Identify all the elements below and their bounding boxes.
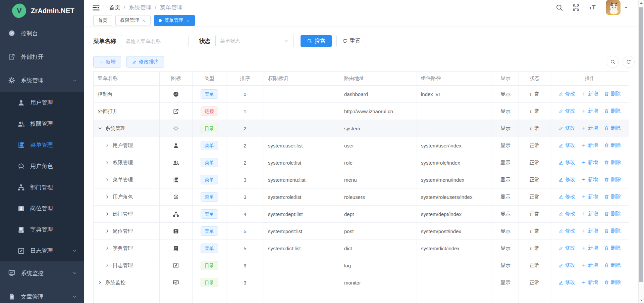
breadcrumb-item[interactable]: 首页 bbox=[109, 4, 120, 11]
scroll-up-arrow[interactable] bbox=[639, 0, 644, 6]
scroll-down-arrow[interactable] bbox=[639, 297, 644, 303]
add-link[interactable]: 新增 bbox=[581, 262, 598, 268]
edit-link[interactable]: 修改 bbox=[558, 91, 575, 97]
chevron-right-icon[interactable] bbox=[105, 229, 110, 233]
edit-link[interactable]: 修改 bbox=[558, 211, 575, 217]
reset-button[interactable]: 重置 bbox=[336, 35, 366, 47]
scrollbar-thumb[interactable] bbox=[639, 7, 643, 282]
sidebar-item-label: 岗位管理 bbox=[30, 205, 53, 212]
logo[interactable]: V ZrAdmin.NET bbox=[0, 0, 84, 21]
delete-link[interactable]: 删除 bbox=[604, 193, 621, 200]
column-header-icon: 图标 bbox=[160, 72, 193, 86]
delete-link[interactable]: 删除 bbox=[604, 142, 621, 148]
close-icon[interactable] bbox=[142, 18, 146, 23]
breadcrumb: 首页/系统管理/菜单管理 bbox=[109, 4, 182, 11]
sidebar-item-post-management[interactable]: 岗位管理 bbox=[0, 198, 84, 219]
cell-icon bbox=[160, 103, 193, 120]
add-link[interactable]: 新增 bbox=[581, 176, 598, 183]
op-label: 删除 bbox=[611, 91, 621, 97]
sidebar-collapse-icon[interactable] bbox=[92, 3, 100, 12]
edit-sort-button[interactable]: 修改排序 bbox=[126, 56, 164, 68]
cell-visible: 显示 bbox=[492, 188, 519, 206]
sidebar-item-dict-management[interactable]: 字典管理 bbox=[0, 219, 84, 240]
edit-link[interactable]: 修改 bbox=[558, 245, 575, 251]
edit-link[interactable]: 修改 bbox=[558, 262, 575, 268]
sidebar-item-system-monitor[interactable]: 系统监控 bbox=[0, 261, 84, 285]
add-link[interactable]: 新增 bbox=[581, 159, 598, 166]
add-link[interactable]: 新增 bbox=[581, 91, 598, 97]
sidebar-item-console[interactable]: 控制台 bbox=[0, 21, 84, 45]
add-link[interactable]: 新增 bbox=[581, 211, 598, 217]
chevron-right-icon[interactable] bbox=[105, 194, 110, 199]
show-search-button[interactable] bbox=[607, 56, 619, 68]
edit-link[interactable]: 修改 bbox=[558, 159, 575, 166]
cell-type: 菜单 bbox=[193, 86, 226, 103]
sidebar-item-log-management[interactable]: 日志管理 bbox=[0, 240, 84, 261]
type-badge: 菜单 bbox=[201, 244, 218, 253]
add-link[interactable]: 新增 bbox=[581, 245, 598, 251]
sidebar-item-system-management[interactable]: 系统管理 bbox=[0, 69, 84, 92]
chevron-right-icon[interactable] bbox=[98, 280, 102, 285]
edit-link[interactable]: 修改 bbox=[558, 279, 575, 286]
edit-link[interactable]: 修改 bbox=[558, 228, 575, 234]
delete-link[interactable]: 删除 bbox=[604, 279, 621, 286]
add-link[interactable]: 新增 bbox=[581, 125, 598, 131]
delete-link[interactable]: 删除 bbox=[604, 176, 621, 183]
add-link[interactable]: 新增 bbox=[581, 108, 598, 114]
edit-link[interactable]: 修改 bbox=[558, 176, 575, 183]
dictionary-icon bbox=[173, 245, 179, 252]
add-button[interactable]: 新增 bbox=[93, 56, 121, 68]
add-link[interactable]: 新增 bbox=[581, 279, 598, 286]
sidebar-item-permission-management[interactable]: 权限管理 bbox=[0, 113, 84, 134]
add-link[interactable]: 新增 bbox=[581, 193, 598, 200]
sidebar-item-user-role[interactable]: 用户角色 bbox=[0, 156, 84, 177]
search-button[interactable]: 搜索 bbox=[301, 35, 332, 47]
tab-permission-management[interactable]: 权限管理 bbox=[115, 15, 151, 26]
delete-link[interactable]: 删除 bbox=[604, 125, 621, 131]
cell-visible: 显示 bbox=[492, 171, 519, 188]
add-link[interactable]: 新增 bbox=[581, 142, 598, 148]
refresh-table-button[interactable] bbox=[623, 56, 635, 68]
chevron-right-icon[interactable] bbox=[105, 263, 110, 268]
plus-icon bbox=[581, 177, 586, 182]
delete-link[interactable]: 删除 bbox=[604, 245, 621, 251]
sidebar-item-dept-management[interactable]: 部门管理 bbox=[0, 177, 84, 198]
chevron-down-icon[interactable] bbox=[98, 126, 102, 131]
caret-down-icon[interactable] bbox=[624, 5, 629, 10]
delete-link[interactable]: 删除 bbox=[604, 211, 621, 217]
tab-home[interactable]: 首页 bbox=[93, 15, 112, 26]
menu-name-input[interactable] bbox=[121, 35, 189, 47]
edit-link[interactable]: 修改 bbox=[558, 108, 575, 114]
sidebar-item-article-management[interactable]: 文章管理 bbox=[0, 285, 84, 303]
delete-link[interactable]: 删除 bbox=[604, 159, 621, 166]
cell-order: 2 bbox=[226, 120, 264, 137]
delete-link[interactable]: 删除 bbox=[604, 228, 621, 234]
chevron-right-icon[interactable] bbox=[105, 177, 110, 182]
delete-link[interactable]: 删除 bbox=[604, 262, 621, 268]
chevron-right-icon[interactable] bbox=[105, 160, 110, 165]
sidebar-item-user-management[interactable]: 用户管理 bbox=[0, 92, 84, 113]
edit-link[interactable]: 修改 bbox=[558, 193, 575, 200]
cell-name: 部门管理 bbox=[94, 206, 160, 223]
sidebar-item-external-open[interactable]: 外部打开 bbox=[0, 45, 84, 69]
delete-link[interactable]: 删除 bbox=[604, 108, 621, 114]
edit-link[interactable]: 修改 bbox=[558, 125, 575, 131]
font-size-icon[interactable]: TT bbox=[589, 4, 597, 11]
sidebar-item-menu-management[interactable]: 菜单管理 bbox=[0, 134, 84, 156]
status-select[interactable]: 菜单状态 bbox=[215, 35, 294, 47]
vertical-scrollbar[interactable] bbox=[638, 0, 644, 303]
sidebar-item-label: 系统监控 bbox=[21, 269, 44, 277]
chevron-right-icon[interactable] bbox=[105, 212, 110, 216]
op-label: 删除 bbox=[611, 245, 621, 251]
edit-link[interactable]: 修改 bbox=[558, 142, 575, 148]
close-icon[interactable] bbox=[186, 18, 190, 23]
fullscreen-icon[interactable] bbox=[572, 4, 580, 11]
tab-menu-management[interactable]: 菜单管理 bbox=[154, 15, 195, 26]
delete-link[interactable]: 删除 bbox=[604, 91, 621, 97]
cell-name: 字典管理 bbox=[94, 240, 160, 257]
avatar[interactable] bbox=[606, 0, 621, 15]
search-icon[interactable] bbox=[555, 4, 563, 11]
chevron-right-icon[interactable] bbox=[105, 246, 110, 251]
add-link[interactable]: 新增 bbox=[581, 228, 598, 234]
chevron-right-icon[interactable] bbox=[105, 143, 110, 148]
